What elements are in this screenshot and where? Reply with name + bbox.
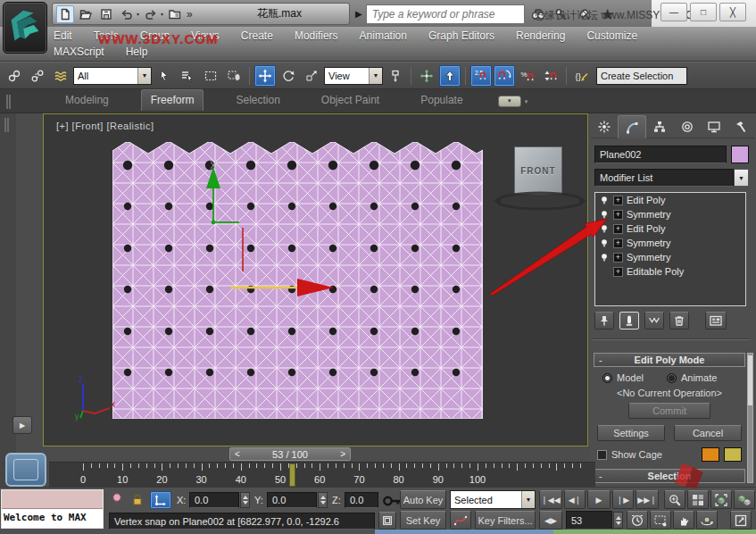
orbit-icon[interactable] xyxy=(696,511,718,530)
window-crossing-toggle-icon[interactable] xyxy=(223,65,245,87)
current-frame-marker[interactable] xyxy=(289,463,295,487)
select-and-link-icon[interactable] xyxy=(4,65,25,87)
x-coordinate-field[interactable] xyxy=(189,492,239,508)
viewport-label[interactable]: [+] [Front] [Realistic] xyxy=(56,121,154,131)
expand-panel-arrow-button[interactable]: ▶ xyxy=(12,416,32,434)
unlink-selection-icon[interactable] xyxy=(27,65,48,87)
play-animation-icon[interactable]: ▶ xyxy=(587,490,611,509)
tab-motion-icon[interactable] xyxy=(674,115,701,138)
isolate-selection-balloon-icon[interactable] xyxy=(110,492,126,508)
expand-plus-icon[interactable]: + xyxy=(613,196,623,205)
stack-item-editable-poly[interactable]: +Editable Poly xyxy=(595,264,745,279)
redo-button[interactable] xyxy=(142,5,160,23)
z-coordinate-field[interactable] xyxy=(345,492,378,508)
selection-filter-dropdown[interactable]: All▼ xyxy=(73,67,152,85)
menu-edit[interactable]: Edit xyxy=(43,29,83,43)
expand-plus-icon[interactable]: + xyxy=(613,267,623,277)
angle-snap-toggle-icon[interactable] xyxy=(494,65,515,87)
time-configuration-icon[interactable] xyxy=(627,511,648,530)
y-coordinate-field[interactable] xyxy=(267,492,317,508)
auto-key-button[interactable]: Auto Key xyxy=(400,490,446,509)
new-file-button[interactable] xyxy=(56,5,74,23)
select-object-icon[interactable] xyxy=(154,65,175,87)
edit-named-selection-sets-icon[interactable]: {} xyxy=(571,65,593,87)
expand-plus-icon[interactable]: + xyxy=(613,253,623,263)
visibility-bulb-icon[interactable] xyxy=(599,209,610,221)
use-pivot-center-icon[interactable] xyxy=(385,65,406,87)
cage-selected-color-swatch[interactable] xyxy=(724,447,742,462)
close-button[interactable]: ╳ xyxy=(719,3,746,21)
keyboard-shortcut-override-icon[interactable] xyxy=(439,65,461,87)
search-input[interactable] xyxy=(366,4,525,24)
bind-to-spacewarp-icon[interactable] xyxy=(50,65,71,87)
visibility-bulb-icon[interactable] xyxy=(599,223,610,235)
key-mode-toggle-icon[interactable]: ◀▶ xyxy=(539,511,562,530)
dock-grip[interactable] xyxy=(4,118,9,132)
set-key-button[interactable]: Set Key xyxy=(400,511,446,530)
ribbon-minimize-button[interactable]: ▼ xyxy=(498,96,521,107)
mesh-object[interactable] xyxy=(112,142,483,419)
tab-create-icon[interactable] xyxy=(591,115,618,138)
ribbon-tab-object-paint[interactable]: Object Paint xyxy=(312,90,388,111)
show-end-result-icon[interactable] xyxy=(619,312,639,330)
menu-create[interactable]: Create xyxy=(230,29,284,43)
menu-customize[interactable]: Customize xyxy=(576,29,648,43)
field-of-view-region-icon[interactable] xyxy=(650,511,671,530)
track-bar[interactable]: 0102030405060708090100 xyxy=(49,462,595,487)
snaps-toggle-2.5-icon[interactable]: 2.5 xyxy=(470,65,492,87)
next-frame-icon[interactable]: ❘▶ xyxy=(612,490,634,509)
cancel-button[interactable]: Cancel xyxy=(674,425,742,441)
redo-dropdown-arrow[interactable]: ▾ xyxy=(161,12,163,17)
open-file-button[interactable] xyxy=(77,5,95,23)
select-and-move-icon[interactable] xyxy=(254,65,276,87)
tab-utilities-icon[interactable] xyxy=(727,115,754,138)
reference-coordinate-dropdown[interactable]: View▼ xyxy=(324,67,383,85)
commit-button[interactable]: Commit xyxy=(628,403,710,419)
select-and-scale-icon[interactable] xyxy=(301,65,322,87)
viewcube[interactable]: FRONT xyxy=(514,146,562,195)
absolute-offset-mode-icon[interactable] xyxy=(150,491,171,509)
undo-dropdown-arrow[interactable]: ▾ xyxy=(137,12,139,17)
zoom-icon[interactable] xyxy=(664,490,685,509)
expand-plus-icon[interactable]: + xyxy=(613,238,623,248)
current-frame-field[interactable] xyxy=(566,511,612,530)
menu-modifiers[interactable]: Modifiers xyxy=(284,29,349,43)
ribbon-tab-populate[interactable]: Populate xyxy=(411,90,471,111)
edit-poly-mode-header[interactable]: -Edit Poly Mode xyxy=(594,353,745,367)
expand-plus-icon[interactable]: + xyxy=(613,224,623,234)
viewport-layout-tab-button[interactable] xyxy=(5,453,46,487)
zoom-extents-all-icon[interactable] xyxy=(734,490,755,509)
minimize-button[interactable]: — xyxy=(660,3,687,21)
maximize-button[interactable]: □ xyxy=(690,3,717,21)
time-slider[interactable]: < 53 / 100 > xyxy=(229,447,351,461)
ribbon-grip[interactable] xyxy=(6,95,11,109)
ribbon-tab-selection[interactable]: Selection xyxy=(227,90,288,111)
visibility-bulb-icon[interactable] xyxy=(599,195,610,206)
model-radio[interactable] xyxy=(602,373,612,383)
menu-graph-editors[interactable]: Graph Editors xyxy=(418,29,505,43)
default-tangent-curve-icon[interactable] xyxy=(450,511,471,530)
object-name-field[interactable]: Plane002 xyxy=(594,146,727,163)
project-folder-button[interactable] xyxy=(166,5,184,23)
search-history-arrow[interactable]: ▶ xyxy=(355,10,362,19)
go-to-end-icon[interactable]: ▶▶❘ xyxy=(636,490,659,509)
object-color-swatch[interactable] xyxy=(731,146,749,163)
ribbon-tab-freeform[interactable]: Freeform xyxy=(141,89,204,111)
named-selection-set-field[interactable] xyxy=(596,67,687,85)
previous-frame-icon[interactable]: ◀❘ xyxy=(564,490,586,509)
settings-button[interactable]: Settings xyxy=(597,425,665,441)
listener-macro-row[interactable] xyxy=(2,490,103,509)
menu-maxscript[interactable]: MAXScript xyxy=(43,45,115,59)
frame-spinner[interactable] xyxy=(613,512,623,529)
remove-modifier-icon[interactable] xyxy=(669,312,689,330)
undo-button[interactable] xyxy=(118,5,136,23)
stack-item-symmetry[interactable]: +Symmetry xyxy=(595,236,745,250)
menu-help[interactable]: Help xyxy=(115,45,159,59)
spinner-snap-toggle-icon[interactable] xyxy=(540,65,561,87)
maxscript-mini-listener[interactable]: Welcome to MAX xyxy=(1,489,104,529)
configure-modifier-sets-icon[interactable] xyxy=(705,312,727,330)
tab-modify-icon[interactable] xyxy=(618,115,646,138)
dialog-toggle-icon[interactable] xyxy=(378,512,396,530)
modifier-list-dropdown[interactable]: Modifier List xyxy=(594,169,734,187)
stack-item-edit-poly[interactable]: +Edit Poly xyxy=(595,193,745,207)
